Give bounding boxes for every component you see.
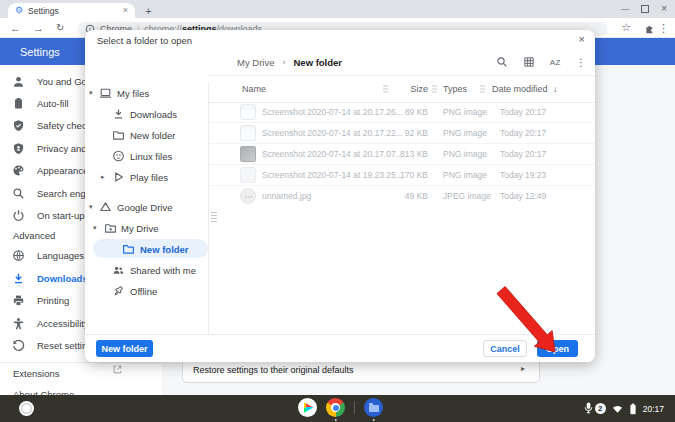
offline-pin-icon bbox=[112, 284, 125, 297]
file-row: Screenshot 2020-07-14 at 20.17.07... 813… bbox=[208, 143, 595, 165]
shield-check-icon bbox=[12, 119, 25, 132]
nav-item-play-files[interactable]: ▸ Play files bbox=[85, 166, 208, 187]
nav-item-my-drive[interactable]: ▾ My Drive bbox=[85, 217, 208, 238]
column-date-modified[interactable]: Date modified bbox=[492, 84, 548, 94]
tab-close-icon[interactable]: × bbox=[123, 6, 128, 15]
magnifier-icon bbox=[12, 187, 25, 200]
taskbar-separator bbox=[354, 401, 355, 414]
running-indicator bbox=[334, 419, 337, 422]
clock: 20:17 bbox=[643, 404, 664, 414]
folder-icon bbox=[112, 128, 125, 141]
chrome-icon[interactable] bbox=[326, 398, 345, 417]
play-store-icon[interactable] bbox=[298, 398, 317, 417]
nav-item-downloads[interactable]: Downloads bbox=[85, 103, 208, 124]
forward-button[interactable]: → bbox=[33, 23, 44, 34]
bookmark-star-icon[interactable]: ☆ bbox=[621, 22, 631, 33]
taskbar: 2 20:17 bbox=[0, 395, 675, 422]
nav-item-offline[interactable]: Offline bbox=[85, 280, 208, 301]
my-drive-icon bbox=[104, 221, 117, 234]
reload-button[interactable]: ↻ bbox=[56, 23, 64, 33]
play-icon bbox=[112, 170, 125, 183]
column-size[interactable]: Size bbox=[358, 84, 428, 94]
running-indicator bbox=[372, 419, 375, 422]
nav-item-new-folder[interactable]: New folder bbox=[85, 124, 208, 145]
nav-item-google-drive[interactable]: ▾ Google Drive bbox=[85, 196, 208, 217]
file-thumbnail bbox=[240, 188, 256, 204]
file-thumbnail bbox=[240, 125, 256, 141]
breadcrumb-parent[interactable]: My Drive bbox=[237, 57, 274, 68]
file-row: Screenshot 2020-07-14 at 19.23.25... 170… bbox=[208, 164, 595, 186]
file-thumbnail bbox=[240, 104, 256, 120]
autofill-icon bbox=[12, 97, 25, 110]
caret-right-icon[interactable]: ▸ bbox=[101, 173, 105, 181]
palette-icon bbox=[12, 164, 25, 177]
tab-strip: ⚙ Settings × + — × bbox=[0, 0, 675, 18]
download-icon bbox=[12, 272, 25, 285]
file-row: Screenshot 2020-07-14 at 20.17.22... 92 … bbox=[208, 122, 595, 144]
reset-icon bbox=[12, 339, 25, 352]
launch-icon bbox=[112, 364, 123, 375]
settings-gear-favicon-icon: ⚙ bbox=[15, 6, 23, 15]
list-header: Name Size Types Date modified ↓ bbox=[208, 75, 595, 103]
launcher-button[interactable] bbox=[19, 401, 34, 416]
back-button[interactable]: ← bbox=[10, 23, 21, 34]
nav-item-shared-with-me[interactable]: Shared with me bbox=[85, 259, 208, 280]
person-icon bbox=[12, 75, 25, 88]
caret-down-icon[interactable]: ▾ bbox=[89, 89, 93, 97]
list-toolbar: AZ ⋮ bbox=[496, 51, 586, 73]
pointer-arrow bbox=[483, 282, 563, 362]
sort-direction-icon[interactable]: ↓ bbox=[553, 84, 558, 94]
column-name[interactable]: Name bbox=[242, 84, 266, 94]
printer-icon bbox=[12, 294, 25, 307]
chevron-right-icon: ▸ bbox=[521, 364, 525, 373]
nav-item-drive-new-folder[interactable]: New folder bbox=[85, 238, 208, 259]
file-row: unnamed.jpg 49 KB JPEG image Today 12:49 bbox=[208, 185, 595, 206]
privacy-shield-icon bbox=[12, 142, 25, 155]
shared-people-icon bbox=[112, 263, 125, 276]
sort-az-icon[interactable]: AZ bbox=[550, 58, 561, 67]
file-thumbnail bbox=[240, 146, 256, 162]
files-app-icon[interactable] bbox=[364, 398, 383, 417]
caret-down-icon[interactable]: ▾ bbox=[89, 203, 93, 211]
new-folder-button[interactable]: New folder bbox=[96, 340, 153, 357]
column-types[interactable]: Types bbox=[443, 84, 467, 94]
breadcrumb-current[interactable]: New folder bbox=[293, 57, 342, 68]
minimize-button[interactable]: — bbox=[621, 5, 629, 13]
search-icon[interactable] bbox=[496, 56, 508, 68]
dialog-title: Select a folder to open bbox=[97, 35, 192, 46]
wifi-icon bbox=[612, 404, 623, 414]
folder-icon bbox=[122, 242, 135, 255]
google-drive-icon bbox=[99, 200, 112, 213]
tab-settings[interactable]: ⚙ Settings × bbox=[8, 3, 135, 18]
status-tray[interactable]: 2 20:17 bbox=[588, 399, 671, 418]
laptop-icon bbox=[99, 86, 112, 99]
column-resize-grip[interactable] bbox=[480, 85, 485, 94]
sidebar-link-extensions[interactable]: Extensions bbox=[0, 363, 162, 384]
globe-icon bbox=[12, 249, 25, 262]
maximize-button[interactable] bbox=[641, 5, 649, 13]
browser-menu-kebab-icon[interactable]: ⋮ bbox=[658, 23, 669, 34]
extensions-puzzle-icon[interactable] bbox=[643, 23, 654, 34]
window-controls: — × bbox=[621, 0, 667, 18]
file-thumbnail bbox=[240, 167, 256, 183]
battery-icon bbox=[629, 403, 637, 415]
tab-title: Settings bbox=[28, 6, 118, 16]
nav-item-linux-files[interactable]: Linux files bbox=[85, 145, 208, 166]
taskbar-apps bbox=[298, 398, 383, 417]
breadcrumb-separator-icon: › bbox=[282, 57, 285, 67]
linux-penguin-icon bbox=[112, 149, 125, 162]
chromeos-screen: ⚙ Settings × + — × ← → ↻ Chrome | chrome… bbox=[0, 0, 675, 422]
grid-view-icon[interactable] bbox=[523, 56, 535, 68]
download-icon bbox=[112, 107, 125, 120]
new-tab-button[interactable]: + bbox=[141, 3, 156, 18]
window-close-button[interactable]: × bbox=[661, 4, 667, 14]
settings-header-title: Settings bbox=[20, 46, 60, 58]
caret-down-icon[interactable]: ▾ bbox=[93, 224, 97, 232]
notification-badge: 2 bbox=[595, 403, 606, 414]
dialog-nav-tree: ▾ My files Downloads New folder Linux fi… bbox=[85, 82, 208, 301]
file-row: Screenshot 2020-07-14 at 20.17.26... 89 … bbox=[208, 101, 595, 123]
column-resize-grip[interactable] bbox=[432, 85, 437, 94]
list-menu-kebab-icon[interactable]: ⋮ bbox=[576, 57, 586, 68]
breadcrumb: My Drive › New folder bbox=[237, 51, 342, 73]
nav-item-my-files[interactable]: ▾ My files bbox=[85, 82, 208, 103]
